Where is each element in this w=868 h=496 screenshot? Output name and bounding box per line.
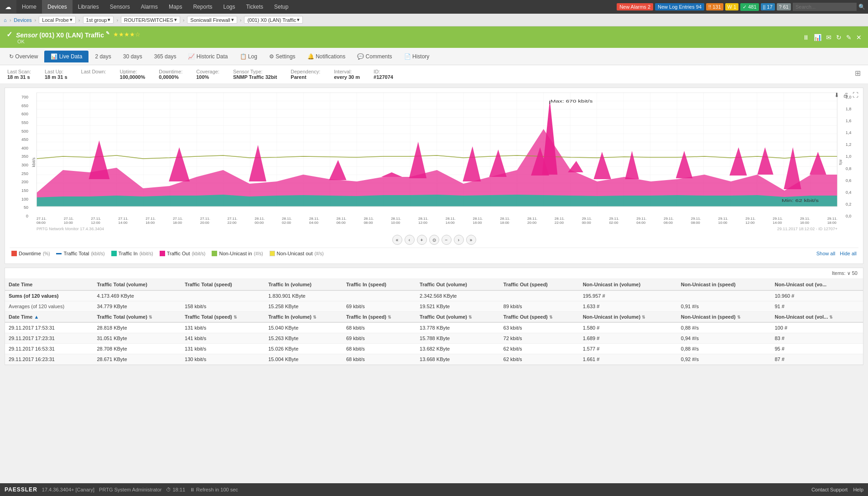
col-to-spd[interactable]: Traffic Out (speed) [500, 279, 579, 290]
nav-prev[interactable]: ‹ [405, 235, 415, 245]
chart-area: 7006506005505004504003503002502001501005… [10, 93, 858, 232]
nav-logo[interactable]: ☁ [0, 0, 16, 14]
breadcrumb-1st-group[interactable]: 1st group ▾ [83, 16, 114, 24]
sort-datetime[interactable]: Date Time ▲ [5, 312, 93, 323]
chart-toolbar: ⬇ 🖨 ⛶ [834, 92, 858, 98]
new-alarms-badge[interactable]: New Alarms 2 [617, 3, 653, 10]
col-tt-spd[interactable]: Traffic Total (speed) [181, 279, 265, 290]
stat-interval: Interval: every 30 m [334, 69, 360, 80]
nav-zoom-out[interactable]: − [442, 235, 452, 245]
col-nui-vol[interactable]: Non-Unicast in (volume) [579, 279, 677, 290]
nav-home[interactable]: Home [16, 0, 42, 14]
tab-30-days[interactable]: 30 days [118, 51, 148, 62]
chart-svg: Max: 670 kbit/s Min: 62 kbit/s [36, 93, 837, 216]
sort-nui-vol[interactable]: Non-Unicast in (volume) ⇅ [579, 312, 677, 323]
x-axis-labels: 27.11.08:0027.11.10:0027.11.12:0027.11.1… [36, 216, 837, 226]
nav-last[interactable]: » [466, 235, 476, 245]
breadcrumb-sonicwall[interactable]: Sonicwall Firewall ▾ [187, 16, 237, 24]
new-log-badge[interactable]: New Log Entries 94 [655, 3, 704, 10]
table-row: 29.11.2017 17:23:31 31.051 KByte 141 kbi… [5, 333, 863, 344]
breadcrumb-home-icon[interactable]: ⌂ [4, 17, 7, 23]
nav-libraries[interactable]: Libraries [73, 0, 104, 14]
legend-traffic-in[interactable]: Traffic In (kbit/s) [111, 251, 153, 256]
download-icon[interactable]: ⬇ [834, 92, 839, 98]
search-icon[interactable]: 🔍 [858, 4, 865, 10]
legend-traffic-total[interactable]: Traffic Total (kbit/s) [56, 251, 104, 256]
stat-id: ID: #127074 [374, 69, 393, 80]
breadcrumb-sep: › [183, 17, 185, 23]
legend: Downtime (%) Traffic Total (kbit/s) Traf… [10, 248, 858, 259]
badge-unknown: ? 61 [777, 3, 791, 10]
col-nuo-vol[interactable]: Non-Unicast out (vo... [771, 279, 863, 290]
nav-alarms[interactable]: Alarms [135, 0, 163, 14]
sort-to-spd[interactable]: Traffic Out (speed) ⇅ [500, 312, 579, 323]
refresh-icon[interactable]: ↻ [836, 34, 842, 41]
legend-non-unicast-out[interactable]: Non-Unicast out (#/s) [270, 251, 324, 256]
stat-last-scan: Last Scan: 18 m 31 s [7, 69, 31, 80]
header-sort-row: Date Time ▲ Traffic Total (volume) ⇅ Tra… [5, 312, 863, 323]
nav-first[interactable]: « [392, 235, 402, 245]
email-icon[interactable]: ✉ [826, 34, 832, 41]
tab-comments[interactable]: 💬 Comments [352, 51, 397, 62]
sensor-stars[interactable]: ★★★★☆ [113, 31, 140, 38]
col-ti-vol[interactable]: Traffic In (volume) [265, 279, 343, 290]
sort-tt-vol[interactable]: Traffic Total (volume) ⇅ [93, 312, 181, 323]
edit-icon[interactable]: ✎ [846, 34, 852, 41]
nav-sensors[interactable]: Sensors [104, 0, 135, 14]
nav-setup[interactable]: Setup [269, 0, 294, 14]
badge-ok: ✓ 481 [740, 3, 759, 11]
hide-all-link[interactable]: Hide all [840, 251, 857, 256]
print-icon[interactable]: 🖨 [843, 92, 849, 98]
nav-zoom-reset[interactable]: ⊙ [429, 235, 439, 245]
tab-365-days[interactable]: 365 days [149, 51, 182, 62]
sort-nuo-vol[interactable]: Non-Unicast out (vol... ⇅ [771, 312, 863, 323]
breadcrumb-current[interactable]: (001) X0 (LAN) Traffic ▾ [244, 16, 303, 24]
tab-log[interactable]: 📋 Log [234, 51, 263, 62]
tab-historic-data[interactable]: 📈 Historic Data [182, 51, 233, 62]
nav-zoom-in[interactable]: + [417, 235, 427, 245]
top-nav: ☁ Home Devices Libraries Sensors Alarms … [0, 0, 868, 14]
nav-logs[interactable]: Logs [218, 0, 240, 14]
breadcrumb-devices[interactable]: Devices [14, 17, 31, 23]
legend-non-unicast-in[interactable]: Non-Unicast in (#/s) [212, 251, 263, 256]
pause-icon[interactable]: ⏸ [803, 34, 809, 41]
zoom-icon[interactable]: ⛶ [852, 92, 858, 98]
show-all-link[interactable]: Show all [816, 251, 836, 256]
tab-2-days[interactable]: 2 days [89, 51, 116, 62]
col-to-vol[interactable]: Traffic Out (volume) [416, 279, 499, 290]
search-input[interactable] [793, 3, 857, 11]
table-row: 29.11.2017 17:53:31 28.818 KByte 131 kbi… [5, 322, 863, 333]
y-unit-left: kbit/s [30, 93, 36, 232]
sort-nui-spd[interactable]: Non-Unicast in (speed) ⇅ [677, 312, 771, 323]
sort-tt-spd[interactable]: Traffic Total (speed) ⇅ [181, 312, 265, 323]
col-datetime[interactable]: Date Time [5, 279, 93, 290]
nav-tickets[interactable]: Tickets [241, 0, 269, 14]
tabs-bar: ↻ Overview 📊 Live Data 2 days 30 days 36… [0, 48, 868, 65]
breadcrumb-router-switches[interactable]: ROUTER/SWITCHES ▾ [121, 16, 180, 24]
breadcrumb: ⌂ › Devices › Local Probe ▾ › 1st group … [0, 14, 868, 26]
sort-to-vol[interactable]: Traffic Out (volume) ⇅ [416, 312, 499, 323]
delete-icon[interactable]: ✕ [856, 34, 862, 41]
nav-reports[interactable]: Reports [187, 0, 218, 14]
tab-overview[interactable]: ↻ Overview [4, 51, 43, 62]
stat-grid-icon[interactable]: ⊞ [855, 69, 861, 78]
legend-downtime[interactable]: Downtime (%) [11, 251, 50, 256]
breadcrumb-local-probe[interactable]: Local Probe ▾ [39, 16, 76, 24]
nav-maps[interactable]: Maps [163, 0, 187, 14]
table-row: 29.11.2017 16:23:31 28.671 KByte 130 kbi… [5, 354, 863, 365]
col-tt-vol[interactable]: Traffic Total (volume) [93, 279, 181, 290]
chart-credit: PRTG Network Monitor 17.4.36.3404 [36, 227, 104, 231]
sort-ti-spd[interactable]: Traffic In (speed) ⇅ [343, 312, 416, 323]
tab-notifications[interactable]: 🔔 Notifications [302, 51, 351, 62]
nav-next[interactable]: › [454, 235, 464, 245]
sort-ti-vol[interactable]: Traffic In (volume) ⇅ [265, 312, 343, 323]
graph-icon[interactable]: 📊 [814, 34, 821, 41]
col-nui-spd[interactable]: Non-Unicast in (speed) [677, 279, 771, 290]
tab-live-data[interactable]: 📊 Live Data [44, 51, 88, 62]
nav-devices[interactable]: Devices [42, 0, 73, 14]
col-ti-spd[interactable]: Traffic In (speed) [343, 279, 416, 290]
tab-history[interactable]: 📄 History [399, 51, 435, 62]
legend-traffic-out[interactable]: Traffic Out (kbit/s) [160, 251, 206, 256]
chart-main: Max: 670 kbit/s Min: 62 kbit/s 27.11.08:… [36, 93, 837, 232]
tab-settings[interactable]: ⚙ Settings [264, 51, 301, 62]
